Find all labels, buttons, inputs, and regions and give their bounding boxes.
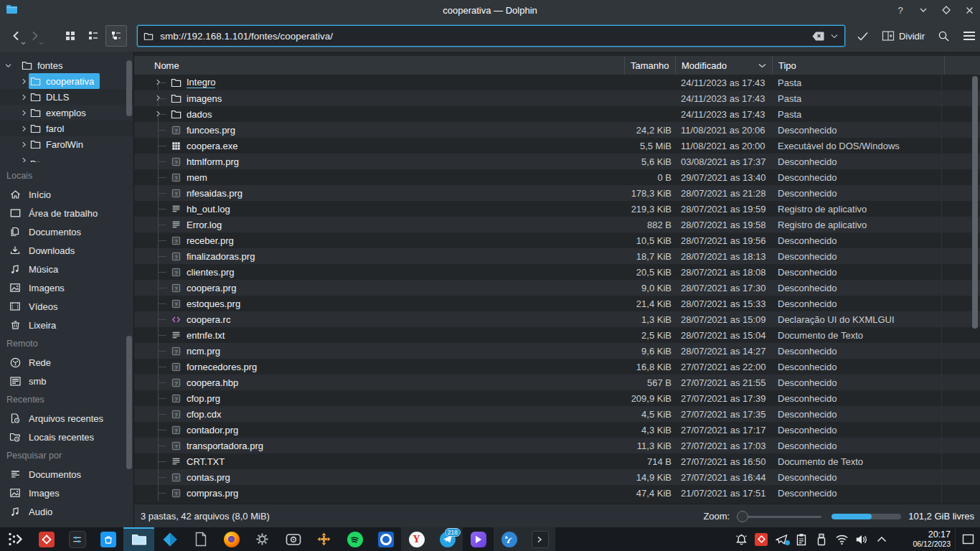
taskbar-webcam-app[interactable] [278, 527, 308, 551]
tree-item-clipped[interactable] [0, 152, 133, 162]
file-name[interactable]: nfesaidas.prg [187, 188, 242, 199]
volume-icon[interactable] [852, 527, 872, 551]
expand-tray-icon[interactable] [872, 527, 892, 551]
table-row[interactable]: ? cfop.prg 209,9 KiB 27/07/2021 as 17:39… [134, 390, 980, 406]
sidebar-item-images[interactable]: Images [0, 484, 125, 502]
table-row[interactable]: ? compras.prg 47,4 KiB 21/07/2021 as 17:… [134, 485, 980, 501]
tree-item[interactable]: DLLS [0, 89, 133, 105]
icons-view-button[interactable] [60, 25, 81, 47]
taskbar-telegram[interactable]: 218 [432, 527, 463, 551]
file-name[interactable]: CRT.TXT [187, 456, 225, 467]
taskbar-kodi[interactable] [154, 527, 185, 551]
table-row[interactable]: imagens 24/11/2023 as 17:43 Pasta [134, 90, 980, 106]
table-row[interactable]: ? mem 0 B 29/07/2021 as 13:40 Desconheci… [134, 169, 980, 185]
file-name[interactable]: fornecedores.prg [187, 362, 257, 372]
table-row[interactable]: ? coopera.hbp 567 B 27/07/2021 as 21:55 … [134, 375, 980, 390]
places-scrollbar[interactable] [126, 336, 132, 469]
table-row[interactable]: ? finalizadoras.prg 18,7 KiB 28/07/2021 … [134, 248, 980, 264]
table-row[interactable]: ? transportadora.prg 11,3 KiB 27/07/2021… [134, 438, 980, 453]
sidebar-item-documentos[interactable]: Documentos [0, 465, 125, 484]
chevron-right-icon[interactable] [154, 110, 170, 118]
taskbar-text-document[interactable] [185, 527, 216, 551]
chevron-right-icon[interactable] [19, 93, 29, 101]
table-row[interactable]: dados 24/11/2023 as 17:43 Pasta [134, 106, 980, 122]
taskbar-gear-app[interactable] [247, 527, 278, 551]
file-name[interactable]: compras.prg [187, 488, 238, 499]
file-name[interactable]: receber.prg [187, 235, 234, 246]
file-name[interactable]: coopera.rc [187, 314, 230, 325]
sidebar-item-rede[interactable]: Rede [0, 353, 125, 372]
zoom-slider[interactable] [737, 510, 821, 523]
file-name[interactable]: imagens [187, 93, 222, 104]
location-bar[interactable] [137, 25, 845, 47]
sidebar-item-lixeira[interactable]: Lixeira [0, 316, 125, 334]
file-name[interactable]: dados [187, 109, 212, 120]
sidebar-item-imagens[interactable]: Imagens [0, 278, 125, 297]
compact-view-button[interactable] [83, 25, 104, 47]
file-name[interactable]: cfop.prg [187, 393, 220, 404]
clock[interactable]: 20:17 06/12/2023 [897, 530, 951, 547]
telegram-tray-icon[interactable] [771, 527, 791, 551]
taskbar-o-ring-app[interactable] [370, 527, 401, 551]
taskbar-move-arrows-app[interactable] [308, 527, 339, 551]
table-row[interactable]: ? contador.prg 4,3 KiB 27/07/2021 as 17:… [134, 422, 980, 438]
sidebar-item-smb[interactable]: smb [0, 372, 125, 390]
file-name[interactable]: coopera.exe [187, 141, 238, 151]
chevron-right-icon[interactable] [19, 141, 29, 149]
file-name[interactable]: contador.prg [187, 425, 238, 435]
chevron-down-icon[interactable] [3, 62, 13, 70]
file-name[interactable]: funcoes.prg [187, 125, 235, 136]
table-row[interactable]: ? nfesaidas.prg 178,3 KiB 28/07/2021 as … [134, 185, 980, 201]
close-button[interactable] [963, 4, 976, 17]
file-name[interactable]: contas.prg [187, 472, 230, 483]
sidebar-item-audio[interactable]: Audio [0, 502, 125, 521]
sidebar-item-arquivos-recentes[interactable]: Arquivos recentes [0, 409, 125, 428]
chevron-right-icon[interactable] [154, 78, 170, 86]
help-button[interactable]: ? [894, 4, 907, 17]
file-name[interactable]: cfop.cdx [187, 409, 221, 420]
view-scrollbar[interactable] [971, 75, 979, 501]
table-row[interactable]: coopera.rc 1,3 KiB 28/07/2021 as 15:09 D… [134, 311, 980, 327]
location-input[interactable] [159, 30, 810, 42]
search-button[interactable] [933, 25, 954, 47]
usb-device-icon[interactable] [811, 527, 831, 551]
zoom-slider-handle[interactable] [737, 511, 748, 522]
file-name[interactable]: htmlform.prg [187, 156, 239, 167]
location-dropdown-icon[interactable] [827, 28, 842, 44]
sidebar-item-m-sica[interactable]: Música [0, 260, 125, 278]
file-name[interactable]: estoques.prg [187, 298, 240, 309]
chevron-right-icon[interactable] [19, 125, 29, 133]
table-row[interactable]: ? coopera.prg 9,0 KiB 28/07/2021 as 17:3… [134, 280, 980, 296]
taskbar-purple-player[interactable] [463, 527, 494, 551]
file-name[interactable]: Error.log [187, 220, 222, 230]
table-row[interactable]: ? funcoes.prg 24,2 KiB 11/08/2021 as 20:… [134, 122, 980, 138]
file-name[interactable]: finalizadoras.prg [187, 251, 255, 262]
notifications-bell-icon[interactable] [731, 527, 751, 551]
table-row[interactable]: ? fornecedores.prg 16,8 KiB 27/07/2021 a… [134, 359, 980, 375]
file-name[interactable]: ncm.prg [187, 346, 220, 357]
table-row[interactable]: Error.log 882 B 28/07/2021 as 19:58 Regi… [134, 217, 980, 232]
sidebar-item--rea-de-trabalho[interactable]: Área de trabalho [0, 204, 125, 222]
sidebar-item-v-deos[interactable]: Vídeos [0, 297, 125, 316]
sidebar-item-downloads[interactable]: Downloads [0, 241, 125, 260]
tree-item[interactable]: cooperativa [0, 73, 133, 89]
taskbar-spotify[interactable] [339, 527, 370, 551]
chevron-right-icon[interactable] [19, 109, 29, 117]
apply-location-button[interactable] [852, 25, 873, 47]
file-name[interactable]: hb_out.log [187, 204, 230, 215]
back-button[interactable] [7, 25, 26, 47]
sidebar-item-locais-recentes[interactable]: Locais recentes [0, 428, 125, 446]
table-row[interactable]: ? cfop.cdx 4,5 KiB 27/07/2021 as 17:35 D… [134, 406, 980, 422]
tree-item-root[interactable]: fontes [0, 57, 133, 73]
maximize-button[interactable] [940, 4, 953, 17]
details-view-button[interactable] [105, 25, 127, 47]
column-header-name[interactable]: Nome [134, 56, 624, 75]
clear-location-icon[interactable] [810, 28, 827, 44]
taskbar-app-launcher[interactable] [0, 527, 31, 551]
view-scrollbar-thumb[interactable] [972, 76, 978, 329]
taskbar-blue-k-app[interactable] [494, 527, 524, 551]
file-name[interactable]: Integro [187, 77, 215, 88]
file-name[interactable]: coopera.prg [187, 283, 236, 293]
table-row[interactable]: ? contas.prg 14,9 KiB 27/07/2021 as 16:4… [134, 469, 980, 485]
tree-item[interactable]: exemplos [0, 105, 133, 121]
